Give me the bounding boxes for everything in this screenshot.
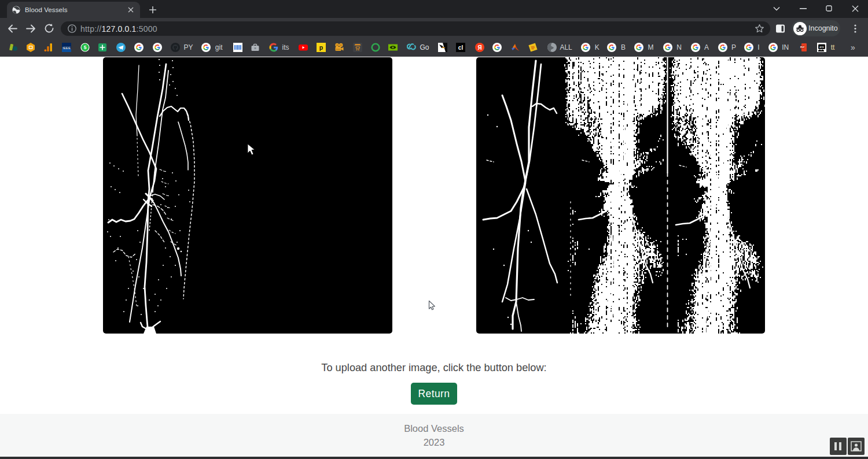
svg-text:DVG: DVG <box>336 49 341 51</box>
svg-text:PDF: PDF <box>800 46 805 49</box>
svg-text:Я: Я <box>477 45 481 51</box>
svg-text:p: p <box>319 44 323 51</box>
svg-text:cl: cl <box>458 45 464 51</box>
svg-text:IEEE: IEEE <box>62 46 71 50</box>
svg-text:5: 5 <box>83 45 86 50</box>
